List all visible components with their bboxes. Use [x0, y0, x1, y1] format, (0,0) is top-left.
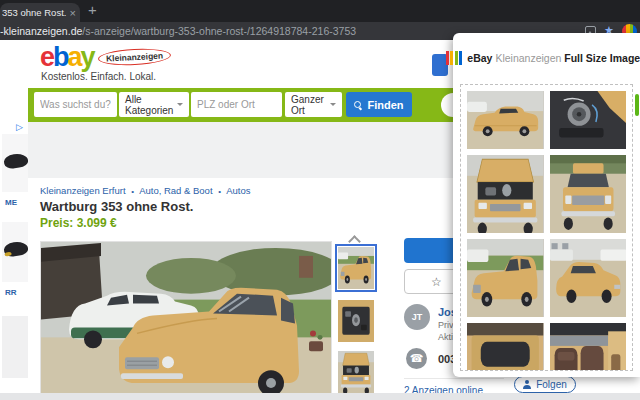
popup-photo-seats[interactable] [550, 323, 627, 371]
extension-logo-icon [446, 51, 463, 65]
breadcrumb-separator: • [218, 187, 221, 196]
popup-title-ebay: eBay [467, 52, 492, 64]
adchoices-icon[interactable]: ▷ [16, 122, 23, 132]
ad-product-image[interactable] [2, 316, 28, 378]
url-bar[interactable]: -kleinanzeigen.de/s-anzeige/wartburg-353… [0, 22, 356, 40]
ad-product-image[interactable] [2, 134, 28, 192]
tab-title: 353 ohne Rost. in Th [2, 7, 68, 18]
popup-scrollbar-thumb[interactable] [635, 94, 639, 116]
breadcrumb-link-auto[interactable]: Auto, Rad & Boot [139, 185, 212, 196]
follow-button[interactable]: Folgen [514, 376, 576, 393]
popup-title-rest: Full Size Image [564, 52, 640, 64]
url-domain: -kleinanzeigen.de [0, 25, 82, 37]
person-icon [523, 380, 531, 389]
shoe-image [3, 152, 28, 169]
left-ad-rail: ▷ ME RR [0, 40, 28, 393]
popup-photo-grid [461, 85, 632, 371]
thumbnails-scroll-up-icon[interactable] [350, 234, 359, 243]
breadcrumb-link-erfurt[interactable]: Kleinanzeigen Erfurt [40, 185, 126, 196]
screen: 353 ohne Rost. in Th × + -kleinanzeigen.… [0, 0, 640, 400]
url-path: /s-anzeige/wartburg-353-ohne-rost-/12649… [82, 25, 356, 37]
radius-select[interactable]: Ganzer Ort [285, 92, 342, 117]
category-select[interactable]: Alle Kategorien [119, 92, 189, 117]
popup-photo-car-side[interactable] [467, 91, 544, 149]
popup-title: eBay Kleinanzeigen Full Size Image [467, 52, 640, 64]
popup-photo-car-angle[interactable] [467, 239, 544, 317]
extension-popup: eBay Kleinanzeigen Full Size Image [453, 33, 640, 377]
ad-product-image[interactable] [2, 222, 28, 282]
ad-text-fragment[interactable]: ME [5, 198, 17, 207]
popup-photo-engine[interactable] [550, 91, 627, 149]
gallery-main-image[interactable] [40, 241, 332, 394]
popup-photo-car-front[interactable] [550, 155, 627, 233]
logo-letter: b [53, 42, 68, 72]
divider [404, 378, 504, 379]
follow-button-label: Folgen [536, 379, 567, 390]
radius-value: Ganzer Ort [291, 94, 326, 116]
gallery-thumbnail-car-angle[interactable] [338, 247, 374, 289]
popup-title-brand: Kleinanzeigen [495, 52, 561, 64]
phone-icon: ☎ [406, 348, 427, 369]
kleinanzeigen-badge: Kleinanzeigen [98, 47, 172, 67]
browser-tab-strip: 353 ohne Rost. in Th × + [0, 0, 640, 22]
tagline: Kostenlos. Einfach. Lokal. [41, 71, 156, 82]
main-photo-two-cars [41, 242, 331, 393]
category-value: Alle Kategorien [125, 94, 173, 116]
logo-letter: a [68, 42, 81, 72]
popup-photo-car-rear[interactable] [550, 239, 627, 317]
location-input[interactable] [191, 92, 282, 117]
breadcrumb: Kleinanzeigen Erfurt • Auto, Rad & Boot … [40, 185, 250, 196]
gallery-thumbnail-hood-open[interactable] [338, 351, 374, 393]
find-button[interactable]: Finden [346, 92, 412, 117]
shoe-image [3, 240, 28, 257]
gallery-thumbnail-engine-top[interactable] [338, 300, 374, 342]
find-button-label: Finden [367, 99, 403, 111]
browser-tab[interactable]: 353 ohne Rost. in Th × [0, 3, 80, 22]
popup-header: eBay Kleinanzeigen Full Size Image [453, 47, 633, 69]
popup-photo-container [460, 84, 633, 371]
logo-letter: e [40, 42, 53, 72]
chevron-down-icon [330, 103, 336, 109]
footer-strip [0, 393, 640, 400]
breadcrumb-separator: • [131, 187, 134, 196]
logo-letter: y [81, 42, 94, 72]
search-icon [354, 101, 362, 109]
gallery-thumbnail-strip [336, 234, 378, 393]
star-icon: ☆ [431, 275, 442, 289]
popup-photo-hood-open[interactable] [467, 155, 544, 233]
ad-text-fragment[interactable]: RR [5, 288, 17, 297]
chevron-down-icon [177, 103, 183, 109]
breadcrumb-link-autos[interactable]: Autos [226, 185, 250, 196]
listing-title: Wartburg 353 ohne Rost. [40, 199, 193, 214]
listing-price: Preis: 3.099 € [40, 216, 117, 230]
seller-avatar: JT [404, 304, 430, 330]
ebay-logo[interactable]: ebay [40, 42, 94, 73]
new-tab-button[interactable]: + [88, 1, 97, 18]
popup-photo-trunk[interactable] [467, 323, 544, 371]
tab-close-icon[interactable]: × [70, 7, 76, 19]
keyword-input[interactable] [34, 92, 117, 117]
